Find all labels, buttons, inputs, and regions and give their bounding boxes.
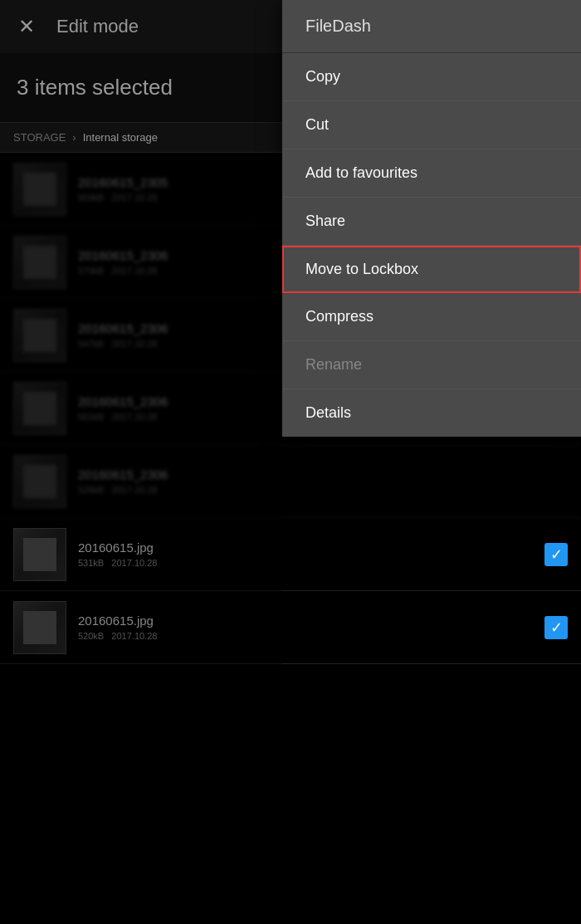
menu-item-cut[interactable]: Cut xyxy=(282,101,581,149)
context-menu: FileDash Copy Cut Add to favourites Shar… xyxy=(282,0,581,437)
menu-item-move-to-lockbox[interactable]: Move to Lockbox xyxy=(282,246,581,293)
dim-overlay xyxy=(0,0,282,697)
menu-item-compress[interactable]: Compress xyxy=(282,293,581,341)
menu-item-details[interactable]: Details xyxy=(282,389,581,437)
file-checkbox-checked[interactable]: ✓ xyxy=(544,616,568,639)
menu-item-add-to-favourites[interactable]: Add to favourites xyxy=(282,149,581,198)
file-checkbox-checked[interactable]: ✓ xyxy=(544,543,568,566)
menu-item-copy[interactable]: Copy xyxy=(282,53,581,101)
menu-item-filedash[interactable]: FileDash xyxy=(282,0,581,53)
menu-item-rename: Rename xyxy=(282,341,581,389)
menu-item-share[interactable]: Share xyxy=(282,198,581,246)
